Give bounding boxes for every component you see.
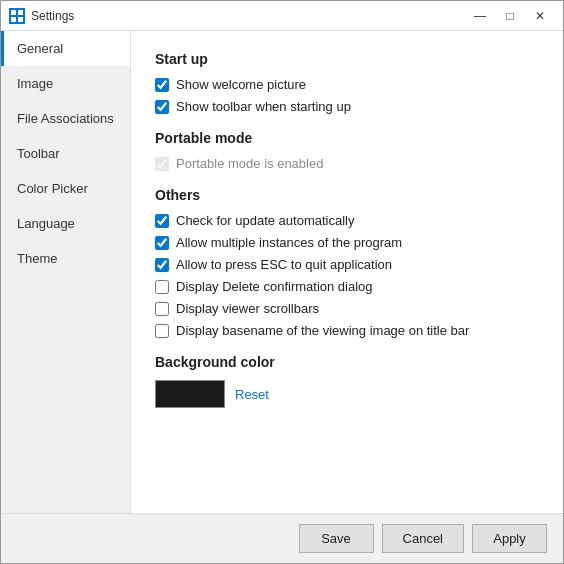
- portable-mode-row: Portable mode is enabled: [155, 156, 539, 171]
- sidebar-item-color-picker[interactable]: Color Picker: [1, 171, 130, 206]
- display-basename-checkbox[interactable]: [155, 324, 169, 338]
- sidebar-item-theme[interactable]: Theme: [1, 241, 130, 276]
- show-toolbar-row: Show toolbar when starting up: [155, 99, 539, 114]
- check-update-row: Check for update automatically: [155, 213, 539, 228]
- settings-window: Settings — □ ✕ General Image File Associ…: [0, 0, 564, 564]
- portable-mode-checkbox: [155, 157, 169, 171]
- minimize-button[interactable]: —: [465, 1, 495, 31]
- display-scrollbars-row: Display viewer scrollbars: [155, 301, 539, 316]
- check-update-checkbox[interactable]: [155, 214, 169, 228]
- sidebar-item-language[interactable]: Language: [1, 206, 130, 241]
- title-bar: Settings — □ ✕: [1, 1, 563, 31]
- window-controls: — □ ✕: [465, 1, 555, 31]
- portable-mode-label: Portable mode is enabled: [176, 156, 323, 171]
- portable-section-title: Portable mode: [155, 130, 539, 146]
- svg-rect-3: [18, 17, 23, 22]
- display-scrollbars-checkbox[interactable]: [155, 302, 169, 316]
- display-basename-row: Display basename of the viewing image on…: [155, 323, 539, 338]
- sidebar-item-image[interactable]: Image: [1, 66, 130, 101]
- show-welcome-label: Show welcome picture: [176, 77, 306, 92]
- display-delete-row: Display Delete confirmation dialog: [155, 279, 539, 294]
- allow-esc-row: Allow to press ESC to quit application: [155, 257, 539, 272]
- cancel-button[interactable]: Cancel: [382, 524, 464, 553]
- reset-link[interactable]: Reset: [235, 387, 269, 402]
- allow-esc-label: Allow to press ESC to quit application: [176, 257, 392, 272]
- apply-button[interactable]: Apply: [472, 524, 547, 553]
- show-welcome-checkbox[interactable]: [155, 78, 169, 92]
- startup-section-title: Start up: [155, 51, 539, 67]
- display-delete-label: Display Delete confirmation dialog: [176, 279, 373, 294]
- svg-rect-1: [18, 10, 23, 15]
- display-basename-label: Display basename of the viewing image on…: [176, 323, 469, 338]
- close-button[interactable]: ✕: [525, 1, 555, 31]
- window-title: Settings: [31, 9, 465, 23]
- sidebar-item-general[interactable]: General: [1, 31, 130, 66]
- content-area: General Image File Associations Toolbar …: [1, 31, 563, 513]
- show-toolbar-label: Show toolbar when starting up: [176, 99, 351, 114]
- svg-rect-2: [11, 17, 16, 22]
- allow-multiple-row: Allow multiple instances of the program: [155, 235, 539, 250]
- check-update-label: Check for update automatically: [176, 213, 354, 228]
- display-scrollbars-label: Display viewer scrollbars: [176, 301, 319, 316]
- maximize-button[interactable]: □: [495, 1, 525, 31]
- allow-multiple-checkbox[interactable]: [155, 236, 169, 250]
- allow-multiple-label: Allow multiple instances of the program: [176, 235, 402, 250]
- main-panel: Start up Show welcome picture Show toolb…: [131, 31, 563, 513]
- others-section-title: Others: [155, 187, 539, 203]
- bg-color-title: Background color: [155, 354, 539, 370]
- bg-color-swatch[interactable]: [155, 380, 225, 408]
- bg-color-row: Reset: [155, 380, 539, 408]
- app-icon: [9, 8, 25, 24]
- allow-esc-checkbox[interactable]: [155, 258, 169, 272]
- sidebar: General Image File Associations Toolbar …: [1, 31, 131, 513]
- sidebar-item-file-associations[interactable]: File Associations: [1, 101, 130, 136]
- footer: Save Cancel Apply: [1, 513, 563, 563]
- svg-rect-0: [11, 10, 16, 15]
- sidebar-item-toolbar[interactable]: Toolbar: [1, 136, 130, 171]
- show-welcome-row: Show welcome picture: [155, 77, 539, 92]
- show-toolbar-checkbox[interactable]: [155, 100, 169, 114]
- save-button[interactable]: Save: [299, 524, 374, 553]
- display-delete-checkbox[interactable]: [155, 280, 169, 294]
